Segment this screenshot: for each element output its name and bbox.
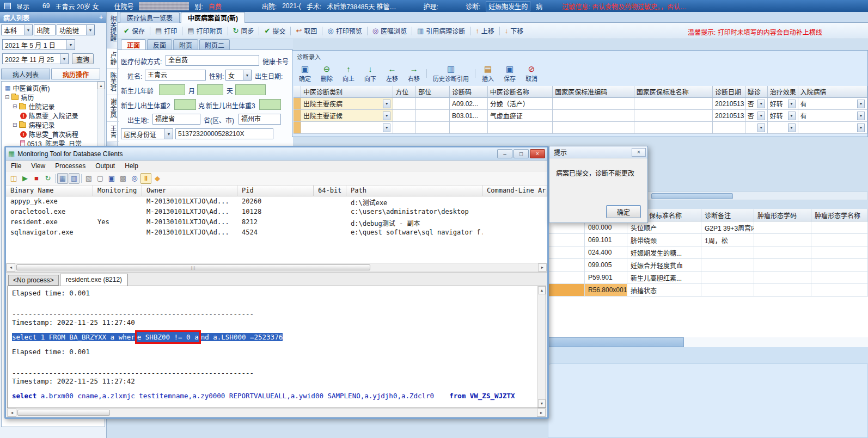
menu-processes[interactable]: Processes <box>50 161 90 171</box>
maximize-button[interactable]: □ <box>514 149 529 158</box>
cell[interactable] <box>393 122 416 134</box>
diagnosis-type-cell[interactable]: ▼ <box>301 122 393 134</box>
pin-icon[interactable]: + <box>99 14 103 21</box>
gender-select[interactable]: 女▼ <box>225 70 252 81</box>
effect-cell[interactable]: 好转▼ <box>768 110 798 122</box>
condition-cell[interactable]: ▼ <box>798 122 868 134</box>
col-header-morph-name[interactable]: 肿瘤形态学名称 <box>811 209 868 221</box>
collapse-icon[interactable]: ⊟ <box>5 94 9 100</box>
cell[interactable] <box>553 98 634 110</box>
cell[interactable] <box>553 110 634 122</box>
chevron-down-icon[interactable]: ▼ <box>857 124 865 132</box>
menu-output[interactable]: Output <box>90 161 120 171</box>
chevron-down-icon[interactable]: ▼ <box>243 70 251 80</box>
move-up-button[interactable]: ↑上移 <box>472 24 498 37</box>
collapse-icon[interactable]: ⊟ <box>13 103 17 109</box>
show-label[interactable]: 显示 <box>16 2 29 11</box>
table-row[interactable]: 024.400 妊娠期发生的糖... <box>548 246 868 259</box>
col-header[interactable]: 部位 <box>416 86 450 98</box>
refresh-icon[interactable]: ↻ <box>42 173 53 184</box>
col-header-cmdline[interactable]: Command-Line Ar <box>482 186 547 196</box>
chevron-down-icon[interactable]: ▼ <box>24 25 32 35</box>
funckey-select[interactable]: 功能键▼ <box>57 24 95 35</box>
chevron-down-icon[interactable]: ▼ <box>757 100 765 108</box>
col-header-pid[interactable]: Pid <box>237 186 314 196</box>
scroll-right-icon[interactable]: ► <box>537 409 546 417</box>
tree-item-progress-folder[interactable]: ⊟病程记录 <box>2 120 105 129</box>
process-row[interactable]: appyp_yk.exe M-20130101LXTJO\Ad... 20260… <box>6 196 547 207</box>
tree-item-record[interactable]: ⊟病历 <box>2 92 105 102</box>
menu-help[interactable]: Help <box>120 161 143 171</box>
print-attachment-button[interactable]: ▤打印附页 <box>184 24 226 37</box>
dialog-close-icon[interactable]: × <box>632 148 646 157</box>
chevron-down-icon[interactable]: ▼ <box>757 112 765 120</box>
diagnosis-date-cell[interactable] <box>713 122 745 134</box>
tree-scrollbar[interactable]: ▲ <box>97 82 105 147</box>
chevron-down-icon[interactable]: ▼ <box>60 54 68 64</box>
diagnosis-name-cell[interactable] <box>488 122 553 134</box>
table-row[interactable]: 080.000 头位顺产 G2P1 39+3周宫内... <box>548 221 868 234</box>
chevron-down-icon[interactable]: ▼ <box>857 100 865 108</box>
table-row[interactable]: 099.005 妊娠合并轻度贫血 <box>548 259 868 272</box>
columns-view-icon[interactable]: ▥ <box>69 173 80 184</box>
tab-front-page[interactable]: 正面 <box>121 39 146 50</box>
chevron-down-icon[interactable]: ▼ <box>383 100 390 108</box>
close-button[interactable]: × <box>530 149 545 158</box>
row-down-button[interactable]: ↓向下 <box>360 64 381 84</box>
diagnosis-row[interactable]: 出院主要疾病▼ A09.02... 分娩（活产） 20210513 否▼ 好转▼… <box>294 98 867 110</box>
cell[interactable] <box>553 122 634 134</box>
birthplace-input[interactable]: 福建省 <box>152 114 200 125</box>
window-layout-icon[interactable]: ▧ <box>83 173 94 184</box>
chevron-down-icon[interactable]: ▼ <box>66 40 75 50</box>
confirm-button[interactable]: ▣确定 <box>295 64 315 84</box>
pause-icon[interactable]: ‖ <box>140 173 151 184</box>
cell[interactable] <box>393 110 416 122</box>
reminder-name[interactable]: 卢静 <box>107 48 119 69</box>
listview-hscrollbar[interactable]: ◄ ||| ► <box>6 263 547 272</box>
pay-method-input[interactable]: 全自费 <box>166 55 259 66</box>
tab-medical-overview[interactable]: 医疗信息一览表 <box>120 12 180 23</box>
condition-cell[interactable]: 有▼ <box>798 110 868 122</box>
date-to-picker[interactable]: 2022 年 11 月 25▼ <box>2 53 69 64</box>
col-header-binary[interactable]: Binary Name <box>6 186 93 196</box>
cell[interactable] <box>416 110 450 122</box>
birth-weight3-input[interactable] <box>259 99 281 110</box>
tree-item-first-progress[interactable]: !陈思雯_首次病程 <box>2 129 105 139</box>
diagnosis-name-cell[interactable]: 气虚血瘀证 <box>488 110 553 122</box>
insert-button[interactable]: ▤插入 <box>478 64 498 84</box>
options-icon[interactable]: ◆ <box>152 173 163 184</box>
chevron-down-icon[interactable]: ▼ <box>86 25 94 35</box>
history-diagnosis-button[interactable]: ▥历史诊断引用 <box>429 64 473 84</box>
scrollbar-thumb[interactable]: ||| <box>16 264 370 270</box>
log-hscrollbar[interactable]: ◄ ► <box>7 408 546 417</box>
preview-icon[interactable]: ◎ <box>129 173 140 184</box>
chevron-down-icon[interactable]: ▼ <box>788 100 796 108</box>
tab-attachment2[interactable]: 附页二 <box>199 39 230 50</box>
tree-item-admission-note[interactable]: !陈思雯_入院记录 <box>2 111 105 120</box>
scroll-up-icon[interactable]: ▲ <box>538 286 546 294</box>
chevron-down-icon[interactable]: ▼ <box>857 112 865 120</box>
collapse-icon[interactable]: ⊟ <box>13 122 17 128</box>
log-sql-statement[interactable]: select a.brxm00 cname,a.zlxmjc testitemn… <box>12 392 535 400</box>
new-doc-icon[interactable]: ▢ <box>95 173 106 184</box>
print-preview-button[interactable]: ◎打印预览 <box>323 24 365 37</box>
chevron-down-icon[interactable]: ▼ <box>788 112 796 120</box>
col-header-remark[interactable]: 诊断备注 <box>701 209 754 221</box>
stop-icon[interactable]: ■ <box>31 173 42 184</box>
cell[interactable] <box>416 98 450 110</box>
move-left-button[interactable]: ←左移 <box>382 64 402 84</box>
id-number-input[interactable]: 51372320000528210X <box>175 128 273 139</box>
col-header-path[interactable]: Path <box>346 186 482 196</box>
bottom-hscrollbar[interactable] <box>548 337 868 347</box>
discharge-select[interactable]: 出院 <box>34 24 56 35</box>
col-header-monitoring[interactable]: Monitoring <box>93 186 142 196</box>
process-row[interactable]: sqlnavigator.exe M-20130101LXTJO\Ad... 4… <box>6 227 547 238</box>
diagnosis-type-cell[interactable]: 出院主要疾病▼ <box>301 98 393 110</box>
diagnosis-code-cell[interactable]: B03.01... <box>450 110 488 122</box>
col-header[interactable]: 国家医保标准名称 <box>634 86 713 98</box>
orders-browse-button[interactable]: ◎医嘱浏览 <box>369 24 411 37</box>
diagnosis-date-cell[interactable]: 20210513 <box>713 98 745 110</box>
process-row[interactable]: oracletool.exe M-20130101LXTJO\Ad... 101… <box>6 207 547 217</box>
log-sql-selected[interactable]: select 1 FROM BA_BRZYXX a where SHBZ00 !… <box>12 333 535 341</box>
menu-file[interactable]: File <box>6 161 26 171</box>
